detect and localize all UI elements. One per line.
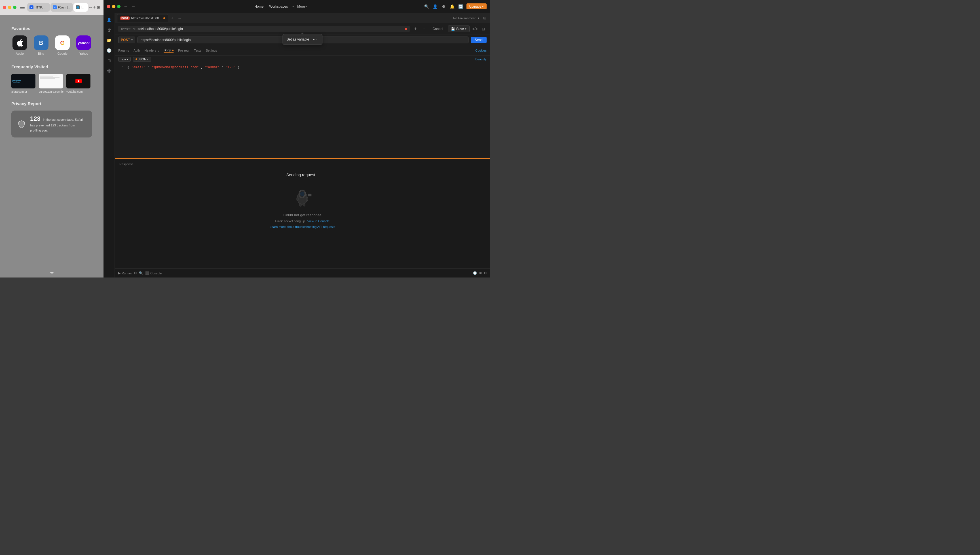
set-as-variable-label[interactable]: Set as variable bbox=[287, 37, 309, 42]
pm-code-line-1[interactable]: { "email" : "gumeyohas@hotmail.com" , "s… bbox=[127, 66, 487, 156]
pm-sidebar-collection-icon[interactable]: 📁 bbox=[104, 36, 114, 45]
tab-body[interactable]: Body bbox=[164, 48, 174, 53]
sync-icon[interactable]: 🔄 bbox=[458, 4, 464, 10]
pm-sidebar-history-icon[interactable]: 🕐 bbox=[104, 46, 114, 55]
postman-topbar: ← → Home Workspaces ▾ More ▾ 🔍 👤 ⚙ 🔔 🔄 U… bbox=[103, 0, 490, 13]
pm-request-tab[interactable]: POST https://localhost:800... bbox=[117, 14, 168, 22]
pm-url-more-button[interactable]: ··· bbox=[421, 26, 428, 32]
tab-home[interactable]: Home bbox=[253, 4, 265, 9]
pm-nav: ← → bbox=[123, 3, 137, 10]
pm-layout-icon[interactable]: ⊞ bbox=[482, 15, 488, 21]
pm-close-button[interactable] bbox=[107, 5, 110, 8]
privacy-report-title: Privacy Report bbox=[11, 101, 92, 106]
fav-item-apple[interactable]: Apple bbox=[11, 35, 28, 55]
pm-runner-button[interactable]: ▶ Runner bbox=[118, 271, 132, 275]
freq-thumb-youtube bbox=[66, 74, 90, 88]
pm-minimize-button[interactable] bbox=[112, 5, 116, 8]
response-label: Response bbox=[119, 162, 133, 166]
cancel-button[interactable]: Cancel bbox=[430, 26, 445, 32]
pm-raw-button[interactable]: raw ▾ bbox=[118, 57, 131, 62]
save-chevron-icon: ▾ bbox=[465, 27, 466, 30]
pm-new-tab-button[interactable]: + bbox=[169, 15, 175, 21]
body-tab-dot bbox=[172, 50, 174, 51]
pm-workspace: POST https://localhost:800... + ··· No E… bbox=[115, 13, 490, 278]
fav-item-yahoo[interactable]: yahoo! Yahoo bbox=[76, 35, 92, 55]
pm-layout-bottom-icon[interactable]: ⊡ bbox=[484, 271, 487, 275]
settings-icon[interactable]: ⚙ bbox=[441, 4, 447, 10]
pm-code-view-button[interactable]: </> bbox=[472, 26, 478, 32]
code-brace-close: } bbox=[238, 66, 239, 69]
tab-workspaces[interactable]: Workspaces bbox=[268, 4, 289, 9]
pm-url-display[interactable]: https://localhost:8000/public/login bbox=[133, 27, 402, 31]
send-button[interactable]: Send bbox=[471, 37, 487, 43]
pm-fullscreen-button[interactable] bbox=[117, 5, 120, 8]
pm-tab-overflow-button[interactable]: ··· bbox=[177, 15, 183, 21]
close-button[interactable] bbox=[3, 6, 6, 9]
fullscreen-button[interactable] bbox=[13, 6, 16, 9]
save-label: Save bbox=[456, 27, 464, 31]
fav-item-google[interactable]: G Google bbox=[54, 35, 71, 55]
pm-sidebar-user-icon[interactable]: 👤 bbox=[104, 15, 114, 24]
pm-code-editor[interactable]: 1 { "email" : "gumeyohas@hotmail.com" , … bbox=[115, 63, 490, 158]
search-icon[interactable]: 🔍 bbox=[424, 4, 430, 10]
tab-tests[interactable]: Tests bbox=[194, 48, 201, 53]
tab-auth[interactable]: Auth bbox=[133, 48, 140, 53]
fav-label-yahoo: Yahoo bbox=[79, 52, 88, 55]
learn-more-link[interactable]: Learn more about troubleshooting API req… bbox=[270, 225, 335, 228]
pm-url-add-button[interactable]: + bbox=[412, 26, 419, 32]
error-text: Error: socket hang up bbox=[275, 220, 305, 223]
tab-forum[interactable]: a Fórum | Alura - C... bbox=[50, 3, 73, 11]
sidebar-toggle-button[interactable] bbox=[19, 4, 26, 11]
pm-response-content: Sending request... bbox=[270, 168, 335, 228]
freq-label-alura: alura.com.br bbox=[11, 90, 35, 93]
pm-nav-tabs: Home Workspaces ▾ More ▾ bbox=[139, 4, 422, 9]
pm-more-button[interactable]: More ▾ bbox=[297, 5, 307, 8]
could-not-text: Could not get response bbox=[283, 213, 321, 217]
pm-back-button[interactable]: ← bbox=[123, 3, 129, 10]
beautify-button[interactable]: Beautify bbox=[475, 58, 487, 61]
tab-localhost[interactable]: 🌐 localhost bbox=[74, 3, 88, 11]
freq-item-cursos[interactable]: cursos.alura.com.br bbox=[39, 74, 63, 93]
save-button[interactable]: 💾 Save ▾ bbox=[448, 26, 469, 32]
pm-layout-right-button[interactable]: ⊡ bbox=[480, 26, 487, 32]
upgrade-chevron-icon: ▾ bbox=[482, 5, 484, 8]
freq-item-youtube[interactable]: youtube.com bbox=[66, 74, 90, 93]
tab-pre-req[interactable]: Pre-req. bbox=[178, 48, 190, 53]
pm-method-select[interactable]: POST ▾ bbox=[118, 37, 135, 43]
filter-button[interactable] bbox=[48, 269, 55, 276]
privacy-report-card: 123 In the last seven days, Safari has p… bbox=[11, 111, 92, 138]
pm-console-button[interactable]: ⬛ Console bbox=[145, 271, 162, 275]
cookies-button[interactable]: Cookies bbox=[475, 49, 487, 52]
pm-forward-button[interactable]: → bbox=[130, 3, 137, 10]
pm-sidebar-trash-icon[interactable]: 🗑 bbox=[104, 26, 114, 35]
tab-params[interactable]: Params bbox=[118, 48, 129, 53]
code-colon2: : bbox=[221, 66, 225, 69]
pm-layout-button[interactable]: ⊡ bbox=[134, 271, 137, 275]
pm-tab-url-short: https://localhost:800... bbox=[131, 16, 162, 20]
frequently-visited-grid: Mergulhe em Tecnologia! alura.com.br bbox=[11, 74, 92, 93]
view-in-console-button[interactable]: View in Console bbox=[307, 220, 330, 223]
freq-item-alura[interactable]: Mergulhe em Tecnologia! alura.com.br bbox=[11, 74, 35, 93]
pm-sidebar-add-icon[interactable]: ➕ bbox=[104, 66, 114, 75]
bell-icon[interactable]: 🔔 bbox=[450, 4, 455, 10]
new-tab-button[interactable]: + bbox=[92, 4, 96, 11]
tab-http[interactable]: a HTTP: entendend... bbox=[27, 3, 50, 11]
tab-headers[interactable]: Headers 9 bbox=[145, 48, 159, 53]
https-label: https:// bbox=[121, 27, 130, 30]
safari-titlebar: a HTTP: entendend... a Fórum | Alura - C… bbox=[0, 0, 103, 15]
pm-sidebar-grid-icon[interactable]: ⊞ bbox=[104, 56, 114, 65]
pm-grid-bottom-icon[interactable]: ⊞ bbox=[479, 271, 482, 275]
tab-settings[interactable]: Settings bbox=[206, 48, 217, 53]
user-icon[interactable]: 👤 bbox=[432, 4, 438, 10]
pm-json-button[interactable]: JSON ▾ bbox=[133, 57, 151, 62]
tab-grid-button[interactable]: ⊞ bbox=[97, 4, 101, 11]
fav-item-bing[interactable]: B Bing bbox=[33, 35, 49, 55]
upgrade-button[interactable]: Upgrade ▾ bbox=[466, 3, 487, 10]
tab-ellipsis-btn[interactable]: ··· bbox=[89, 5, 92, 10]
minimize-button[interactable] bbox=[8, 6, 11, 9]
pm-request-area: POST ▾ Send Params Auth Headers 9 Body bbox=[115, 35, 490, 268]
pm-search-bottom-button[interactable]: 🔍 bbox=[139, 271, 143, 275]
tab-label-forum: Fórum | Alura - C... bbox=[58, 6, 71, 9]
pm-clock-icon[interactable]: 🕐 bbox=[473, 271, 477, 275]
pm-dropdown-more-button[interactable]: ··· bbox=[312, 36, 318, 43]
